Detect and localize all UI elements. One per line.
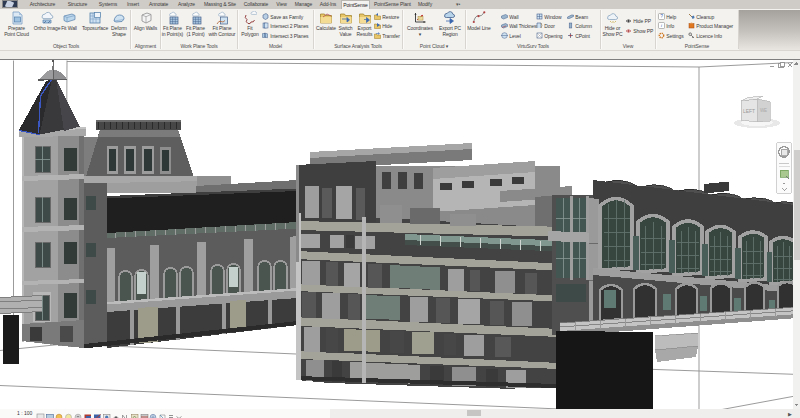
- svg-text:?: ?: [660, 13, 663, 19]
- svg-text:LEFT: LEFT: [743, 108, 755, 114]
- svg-text:WE: WE: [760, 108, 767, 113]
